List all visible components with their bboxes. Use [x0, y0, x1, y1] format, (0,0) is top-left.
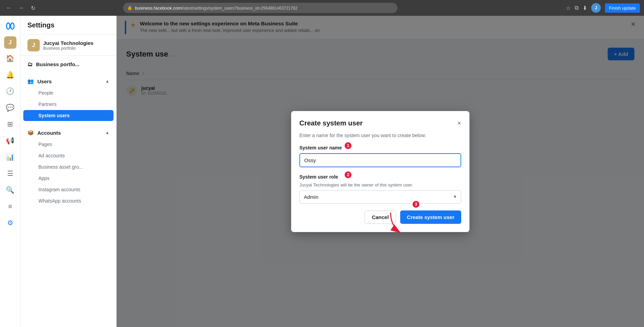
chart-nav-button[interactable]: 📊	[3, 150, 17, 164]
chat-nav-button[interactable]: 💬	[3, 101, 17, 114]
sidebar-header: Settings	[21, 16, 116, 35]
form-group-name: 1 System user name	[299, 145, 461, 167]
sidebar-item-pages[interactable]: Pages	[23, 139, 114, 150]
address-bar[interactable]: 🔒 business.facebook.com/latest/settings/…	[123, 3, 397, 13]
role-select[interactable]: Admin Employee	[299, 190, 461, 204]
accounts-section-header[interactable]: 📦 Accounts ▲	[21, 127, 116, 138]
url-display: business.facebook.com/latest/settings/sy…	[135, 5, 298, 11]
sidebar-item-business-asset-groups[interactable]: Business asset gro...	[23, 161, 114, 172]
cancel-button[interactable]: Cancel	[365, 210, 396, 224]
sidebar-item-partners[interactable]: Partners	[23, 99, 114, 110]
accounts-section-title: 📦 Accounts	[27, 130, 61, 136]
modal-close-button[interactable]: ×	[457, 119, 461, 127]
sidebar-item-whatsapp-accounts[interactable]: WhatsApp accounts	[23, 195, 114, 206]
extensions-icon[interactable]: ⧉	[575, 5, 579, 11]
app-container: J 🏠 🔔 🕐 💬 ⊞ 📢 📊 ☰ 🔍 ≡ ⚙ Settings J Jucya…	[0, 16, 644, 327]
business-info: Jucyai Technologies Business portfolio	[43, 40, 109, 51]
business-logo: J	[27, 39, 40, 51]
browser-chrome: ← → ↻ 🔒 business.facebook.com/latest/set…	[0, 0, 644, 16]
reload-button[interactable]: ↻	[29, 3, 37, 13]
business-name: Jucyai Technologies	[43, 40, 109, 46]
role-field-label: System user role	[299, 174, 461, 180]
name-field-label: System user name	[299, 145, 461, 150]
sidebar-item-apps[interactable]: Apps	[23, 173, 114, 184]
browser-profile-avatar[interactable]: J	[591, 3, 601, 13]
gear-nav-button[interactable]: ⚙	[3, 216, 17, 230]
modal-description: Enter a name for the system user you wan…	[299, 133, 461, 138]
users-section-header[interactable]: 👥 Users ▲	[21, 75, 116, 87]
create-system-user-button[interactable]: Create system user	[400, 210, 461, 224]
business-type: Business portfolio	[43, 46, 109, 51]
sidebar-item-people[interactable]: People	[23, 87, 114, 98]
accounts-icon: 📦	[27, 130, 34, 136]
download-icon[interactable]: ⬇	[583, 5, 587, 11]
step-badge-3: 3	[412, 200, 420, 208]
finish-update-button[interactable]: Finish update	[605, 3, 640, 13]
briefcase-icon: 🗂	[27, 61, 33, 67]
bell-nav-button[interactable]: 🔔	[3, 68, 17, 82]
sidebar: Settings J Jucyai Technologies Business …	[21, 16, 117, 327]
modal-title: Create system user	[299, 119, 363, 127]
modal-overlay: Create system user × Enter a name for th…	[117, 16, 644, 327]
business-portfolio-item[interactable]: 🗂 Business portfo...	[21, 59, 116, 70]
sidebar-section-accounts: 📦 Accounts ▲ Pages Ad accounts Business …	[21, 124, 116, 209]
sidebar-item-ad-accounts[interactable]: Ad accounts	[23, 150, 114, 161]
users-chevron-up-icon: ▲	[105, 79, 109, 84]
sidebar-item-instagram-accounts[interactable]: Instagram accounts	[23, 184, 114, 195]
users-section-title: 👥 Users	[27, 78, 52, 84]
system-user-name-input[interactable]	[299, 153, 461, 167]
megaphone-nav-button[interactable]: 📢	[3, 134, 17, 147]
step-badge-2: 2	[344, 171, 352, 179]
list-nav-button[interactable]: ≡	[3, 199, 17, 213]
business-selector[interactable]: J Jucyai Technologies Business portfolio	[21, 35, 116, 56]
modal-header: Create system user ×	[299, 119, 461, 127]
forward-button[interactable]: →	[16, 3, 26, 12]
sidebar-title: Settings	[27, 21, 55, 29]
role-sublabel: Jucyai Technologies will be the owner of…	[299, 182, 461, 187]
icon-nav: J 🏠 🔔 🕐 💬 ⊞ 📢 📊 ☰ 🔍 ≡ ⚙	[0, 16, 21, 327]
search-nav-button[interactable]: 🔍	[3, 183, 17, 197]
role-select-wrapper: Admin Employee ▼	[299, 190, 461, 204]
meta-logo	[4, 20, 16, 32]
step-badge-1: 1	[344, 142, 352, 150]
browser-actions: ☆ ⧉ ⬇ J Finish update	[566, 3, 640, 13]
modal-actions: 3 Cancel Create system user	[299, 210, 461, 224]
sidebar-section-users: 👥 Users ▲ People Partners System users	[21, 73, 116, 124]
sidebar-item-system-users[interactable]: System users	[23, 110, 114, 121]
nav-business-avatar[interactable]: J	[4, 36, 16, 49]
sidebar-section-top: 🗂 Business portfo...	[21, 56, 116, 73]
people-icon: 👥	[27, 78, 34, 84]
main-content: ★ Welcome to the new settings experience…	[117, 16, 644, 327]
create-system-user-modal: Create system user × Enter a name for th…	[291, 111, 469, 232]
form-group-role: 2 System user role Jucyai Technologies w…	[299, 174, 461, 204]
grid-nav-button[interactable]: ⊞	[3, 117, 17, 131]
business-portfolio-label: 🗂 Business portfo...	[27, 61, 80, 67]
back-button[interactable]: ←	[4, 3, 14, 12]
star-icon[interactable]: ☆	[566, 5, 571, 11]
accounts-chevron-up-icon: ▲	[105, 130, 109, 135]
home-nav-button[interactable]: 🏠	[3, 51, 17, 65]
menu-nav-button[interactable]: ☰	[3, 167, 17, 180]
clock-nav-button[interactable]: 🕐	[3, 84, 17, 98]
